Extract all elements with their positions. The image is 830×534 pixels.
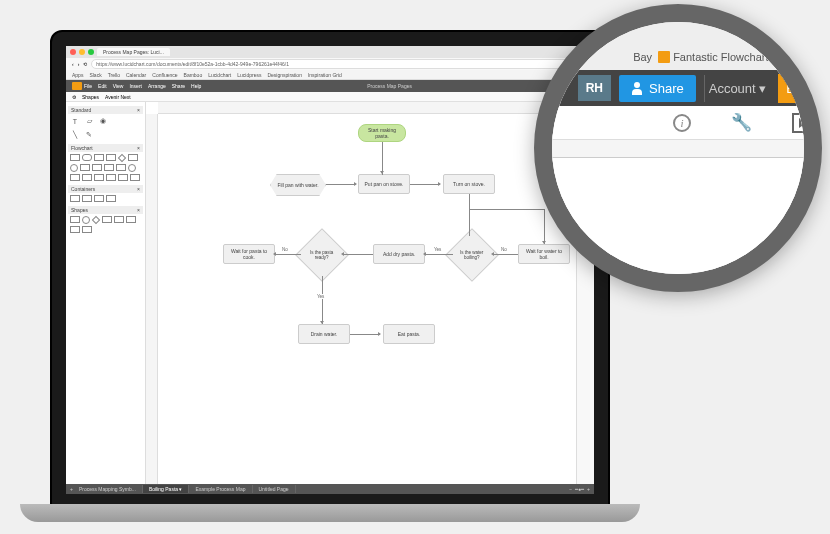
pencil-icon[interactable]: ✎: [84, 130, 94, 140]
shape-document[interactable]: [128, 154, 138, 161]
share-button[interactable]: Share: [619, 75, 696, 102]
node-drain[interactable]: Drain water.: [298, 324, 350, 344]
panel-standard[interactable]: Standard×: [68, 106, 143, 114]
close-icon[interactable]: ×: [137, 186, 140, 192]
shape-merge[interactable]: [116, 164, 126, 171]
page-tab[interactable]: Example Process Map: [189, 485, 252, 493]
panel-containers[interactable]: Containers×: [68, 185, 143, 193]
shape-delay[interactable]: [80, 164, 90, 171]
back-icon[interactable]: ‹: [72, 61, 74, 67]
user-badge[interactable]: RH: [578, 75, 611, 101]
shape-hexagon[interactable]: [114, 216, 124, 223]
gear-icon[interactable]: ⚙: [72, 94, 76, 100]
node-eat[interactable]: Eat pasta.: [383, 324, 435, 344]
font-selector[interactable]: Avenir Next: [105, 94, 131, 100]
shape-database[interactable]: [104, 164, 114, 171]
account-menu[interactable]: Account ▾: [704, 75, 771, 102]
shape-swimlane[interactable]: [82, 195, 92, 202]
shape-card[interactable]: [82, 174, 92, 181]
node-turn[interactable]: Turn on stove.: [443, 174, 495, 194]
logo-icon[interactable]: [72, 82, 82, 90]
page-tab[interactable]: Untitled Page: [253, 485, 296, 493]
close-icon[interactable]: ×: [137, 145, 140, 151]
hotspot-icon[interactable]: ◉: [98, 116, 108, 126]
shape-process[interactable]: [70, 154, 80, 161]
shape-data[interactable]: [106, 154, 116, 161]
menu-edit[interactable]: Edit: [98, 83, 107, 89]
bookmark-item[interactable]: Inspiration Grid: [308, 72, 342, 78]
node-start[interactable]: Start making pasta.: [358, 124, 406, 142]
shape-star[interactable]: [126, 216, 136, 223]
minimize-icon[interactable]: [79, 49, 85, 55]
bookmark-item[interactable]: Lucidchart: [208, 72, 231, 78]
zoom-out-icon[interactable]: −: [569, 486, 572, 492]
bookmark-item[interactable]: Designspiration: [267, 72, 301, 78]
exit-button[interactable]: Exit: [778, 74, 816, 103]
note-icon[interactable]: ▱: [84, 116, 94, 126]
menu-help[interactable]: Help: [191, 83, 201, 89]
shape-predefined[interactable]: [94, 154, 104, 161]
reload-icon[interactable]: ⟲: [83, 61, 87, 67]
canvas[interactable]: Start making pasta. Fill pan with water.…: [146, 102, 576, 494]
menu-file[interactable]: File: [84, 83, 92, 89]
bookmark-item[interactable]: Bay: [633, 51, 652, 63]
shape-pentagon[interactable]: [102, 216, 112, 223]
shape-display[interactable]: [118, 174, 128, 181]
node-wait-boil[interactable]: Wait for water to boil.: [518, 244, 570, 264]
bookmark-item[interactable]: Trello: [108, 72, 120, 78]
shape-paper[interactable]: [94, 174, 104, 181]
maximize-icon[interactable]: [88, 49, 94, 55]
page-tab[interactable]: Process Mapping Symb...: [73, 485, 143, 493]
line-icon[interactable]: ╲: [70, 130, 80, 140]
shape-rect[interactable]: [70, 216, 80, 223]
browser-tab[interactable]: Process Map Pages: Luci...: [97, 48, 170, 56]
shape-terminator[interactable]: [82, 154, 92, 161]
bookmark-item[interactable]: Apps: [72, 72, 83, 78]
node-dry[interactable]: Add dry pasta.: [373, 244, 425, 264]
shape-manual[interactable]: [70, 174, 80, 181]
node-stove[interactable]: Put pan on stove.: [358, 174, 410, 194]
bookmark-item[interactable]: Confluence: [152, 72, 177, 78]
shape-arrow[interactable]: [70, 226, 80, 233]
text-icon[interactable]: T: [70, 116, 80, 126]
node-fill[interactable]: Fill pan with water.: [270, 174, 326, 196]
zoom-in-icon[interactable]: +: [587, 486, 590, 492]
panel-shapes[interactable]: Shapes×: [68, 206, 143, 214]
close-icon[interactable]: ×: [137, 207, 140, 213]
menu-share[interactable]: Share: [172, 83, 185, 89]
zoom-slider[interactable]: ━●━: [575, 486, 584, 492]
bookmark-item[interactable]: Calendar: [126, 72, 146, 78]
node-wait-cook[interactable]: Wait for pasta to cook.: [223, 244, 275, 264]
panel-flowchart[interactable]: Flowchart×: [68, 144, 143, 152]
zoom-controls[interactable]: − ━●━ +: [569, 486, 590, 492]
menu-insert[interactable]: Insert: [129, 83, 142, 89]
menu-view[interactable]: View: [113, 83, 124, 89]
close-icon[interactable]: ×: [137, 107, 140, 113]
shape-loop[interactable]: [106, 174, 116, 181]
shape-circle[interactable]: [82, 216, 90, 224]
forward-icon[interactable]: ›: [78, 61, 80, 67]
shape-storage[interactable]: [92, 164, 102, 171]
url-input[interactable]: https://www.lucidchart.com/documents/edi…: [91, 59, 588, 69]
shape-pool[interactable]: [94, 195, 104, 202]
bookmark-item[interactable]: Slack: [89, 72, 101, 78]
canvas-area[interactable]: Start making pasta. Fill pan with water.…: [158, 114, 576, 494]
bookmark-item[interactable]: Bamboo: [184, 72, 203, 78]
document-title[interactable]: Process Map Pages: [207, 83, 571, 89]
shape-or[interactable]: [128, 164, 136, 172]
bookmark-item[interactable]: Fantastic Flowcharts: [658, 51, 774, 63]
page-tab[interactable]: Boiling Pasta ▾: [143, 485, 190, 493]
shape-decision[interactable]: [118, 154, 126, 162]
info-icon[interactable]: i: [673, 114, 691, 132]
shape-diamond[interactable]: [92, 216, 100, 224]
shape-container[interactable]: [70, 195, 80, 202]
shape-cloud[interactable]: [82, 226, 92, 233]
bookmark-item[interactable]: Lucidpress: [237, 72, 261, 78]
wrench-icon[interactable]: 🔧: [731, 112, 752, 133]
shape-offpage[interactable]: [130, 174, 140, 181]
shape-brace[interactable]: [106, 195, 116, 202]
play-icon[interactable]: [792, 113, 812, 133]
close-icon[interactable]: [70, 49, 76, 55]
magnified-canvas[interactable]: [552, 158, 804, 274]
menu-arrange[interactable]: Arrange: [148, 83, 166, 89]
